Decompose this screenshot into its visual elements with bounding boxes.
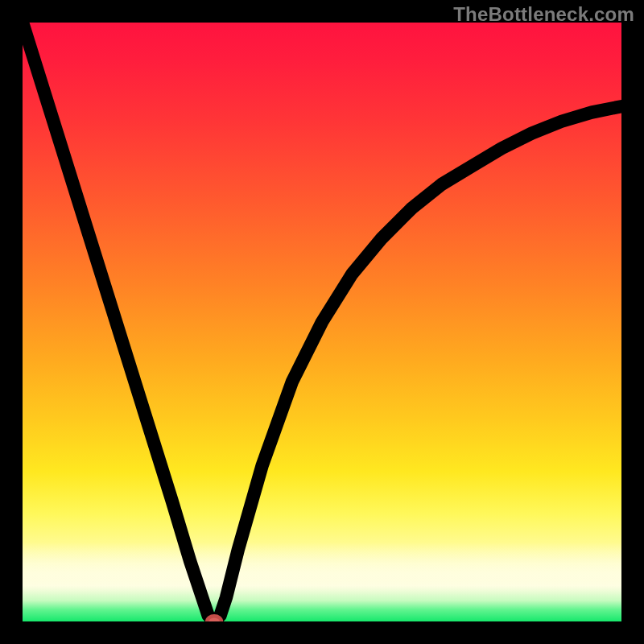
- chart-svg: [23, 23, 621, 621]
- chart-frame: TheBottleneck.com: [0, 0, 644, 644]
- minimum-marker: [207, 616, 221, 621]
- plot-area: [23, 23, 621, 621]
- watermark-text: TheBottleneck.com: [453, 3, 634, 26]
- bottleneck-curve: [23, 23, 621, 621]
